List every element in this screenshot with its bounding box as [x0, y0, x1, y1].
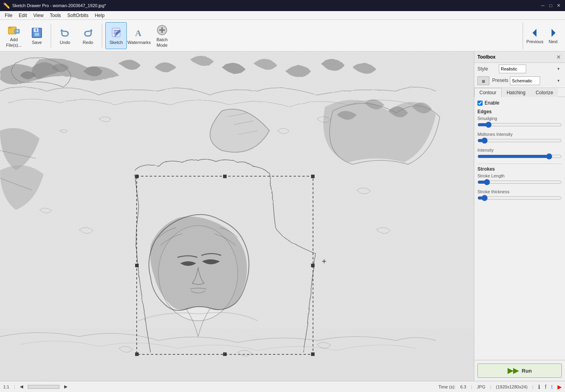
midtones-label: Midtones Intensity	[477, 132, 562, 137]
scroll-right-btn[interactable]: ▶	[64, 384, 67, 389]
stroke-thickness-slider[interactable]	[477, 195, 562, 201]
watermarks-label: Watermarks	[128, 40, 151, 45]
status-sep-2: |	[471, 384, 472, 389]
edges-header: Edges	[477, 109, 562, 114]
info-icon[interactable]: ℹ	[538, 384, 540, 390]
svg-rect-6	[34, 33, 39, 36]
add-files-button[interactable]: + Add File(s)...	[3, 22, 25, 49]
tab-contour[interactable]: Contour	[474, 88, 502, 97]
svg-rect-41	[135, 352, 139, 356]
smudging-slider-container	[477, 122, 562, 128]
status-bar: 1:1 | ◀ ▶ Time (s): 6.3 | JPG | (1920x12…	[0, 381, 565, 392]
toolbox-panel: Toolbox ✕ Style Realistic Cartoon Pencil…	[474, 51, 565, 381]
svg-marker-8	[60, 29, 63, 31]
app-title-area: ✏️ Sketch Drawer Pro - woman-2003647_192…	[3, 2, 106, 9]
toolbox-tabs: Contour Hatching Colorize	[474, 88, 565, 97]
style-dropdown[interactable]: Realistic Cartoon Pencil Charcoal	[499, 65, 526, 73]
minimize-button[interactable]: ─	[540, 2, 546, 9]
run-button[interactable]: ▶▶ Run	[477, 363, 562, 378]
enable-row: Enable	[477, 100, 562, 106]
svg-rect-39	[135, 264, 139, 267]
svg-text:+: +	[16, 29, 19, 33]
strokes-header: Strokes	[477, 166, 562, 172]
presets-dropdown-wrap: Schematic Detailed Rough	[510, 76, 562, 85]
svg-rect-36	[135, 175, 139, 178]
menu-bar: File Edit View Tools SoftOrbits Help	[0, 11, 565, 20]
menu-view[interactable]: View	[30, 11, 47, 20]
redo-button[interactable]: Redo	[77, 22, 99, 49]
toolbox-close-button[interactable]: ✕	[555, 54, 562, 60]
redo-icon	[82, 27, 94, 39]
next-button[interactable]: Next	[544, 22, 562, 49]
scroll-bar[interactable]	[28, 385, 59, 389]
svg-marker-9	[90, 29, 93, 31]
intensity-slider[interactable]	[477, 153, 562, 160]
canvas-area[interactable]	[0, 51, 474, 381]
midtones-slider[interactable]	[477, 137, 562, 144]
watermarks-button[interactable]: A Watermarks	[128, 22, 150, 49]
save-button[interactable]: Save	[26, 22, 48, 49]
stroke-length-group: Stroke Length	[477, 173, 562, 185]
youtube-icon[interactable]: ▶	[557, 384, 562, 390]
add-files-icon: +	[8, 24, 20, 36]
window-controls: ─ □ ✕	[540, 2, 562, 9]
svg-text:A: A	[135, 28, 141, 38]
toolbox-content: Enable Edges Smudging Midtones Intensity	[474, 97, 565, 360]
undo-icon	[59, 27, 71, 39]
facebook-icon[interactable]: f	[545, 384, 546, 390]
enable-checkbox[interactable]	[477, 101, 483, 106]
stroke-thickness-label: Stroke thickness	[477, 189, 562, 194]
batch-mode-button[interactable]: Batch Mode	[151, 22, 173, 49]
tab-colorize[interactable]: Colorize	[531, 88, 558, 97]
sketch-icon	[110, 27, 122, 39]
svg-rect-38	[311, 175, 315, 178]
next-icon	[548, 27, 559, 38]
enable-label[interactable]: Enable	[485, 100, 499, 106]
app-icon: ✏️	[3, 2, 10, 9]
stroke-thickness-slider-container	[477, 195, 562, 201]
midtones-slider-container	[477, 137, 562, 144]
previous-button[interactable]: Previous	[526, 22, 544, 49]
main-area: Toolbox ✕ Style Realistic Cartoon Pencil…	[0, 51, 565, 381]
sketch-button[interactable]: Sketch	[105, 22, 127, 49]
save-icon	[31, 27, 43, 39]
time-value: 6.3	[460, 384, 466, 389]
close-button[interactable]: ✕	[555, 2, 562, 9]
sketch-label: Sketch	[109, 40, 123, 45]
svg-rect-42	[223, 352, 227, 356]
menu-file[interactable]: File	[2, 11, 15, 20]
tab-hatching[interactable]: Hatching	[502, 88, 531, 97]
redo-label: Redo	[83, 40, 93, 45]
toolbox-title: Toolbox	[477, 54, 496, 60]
divider-1	[477, 164, 562, 164]
twitter-icon[interactable]: t	[551, 384, 553, 390]
intensity-label: Intensity	[477, 148, 562, 152]
status-right: Time (s): 6.3 | JPG | (1920x1280x24) | ℹ…	[438, 384, 562, 390]
run-icon: ▶▶	[508, 366, 519, 375]
menu-tools[interactable]: Tools	[47, 11, 64, 20]
status-sep-1: |	[14, 384, 15, 389]
scroll-left-btn[interactable]: ◀	[20, 384, 23, 389]
maximize-button[interactable]: □	[548, 2, 554, 9]
midtones-group: Midtones Intensity	[477, 132, 562, 144]
svg-marker-20	[552, 29, 555, 37]
svg-rect-1	[8, 27, 11, 29]
menu-softorbits[interactable]: SoftOrbits	[64, 11, 92, 20]
svg-rect-40	[311, 264, 315, 267]
undo-button[interactable]: Undo	[54, 22, 76, 49]
presets-dropdown[interactable]: Schematic Detailed Rough	[510, 76, 540, 85]
file-format: JPG	[477, 384, 485, 389]
menu-edit[interactable]: Edit	[15, 11, 30, 20]
menu-help[interactable]: Help	[92, 11, 108, 20]
style-row: Style Realistic Cartoon Pencil Charcoal	[474, 63, 565, 75]
stroke-length-slider[interactable]	[477, 179, 562, 185]
intensity-slider-container	[477, 153, 562, 160]
smudging-slider[interactable]	[477, 122, 562, 128]
status-sep-4: |	[532, 384, 533, 389]
svg-rect-43	[311, 352, 315, 356]
save-label: Save	[32, 40, 42, 45]
svg-marker-19	[533, 29, 536, 37]
presets-row: ▦ Presets Schematic Detailed Rough	[474, 75, 565, 88]
window-title: Sketch Drawer Pro - woman-2003647_1920.j…	[12, 3, 106, 8]
time-label: Time (s):	[438, 384, 455, 389]
